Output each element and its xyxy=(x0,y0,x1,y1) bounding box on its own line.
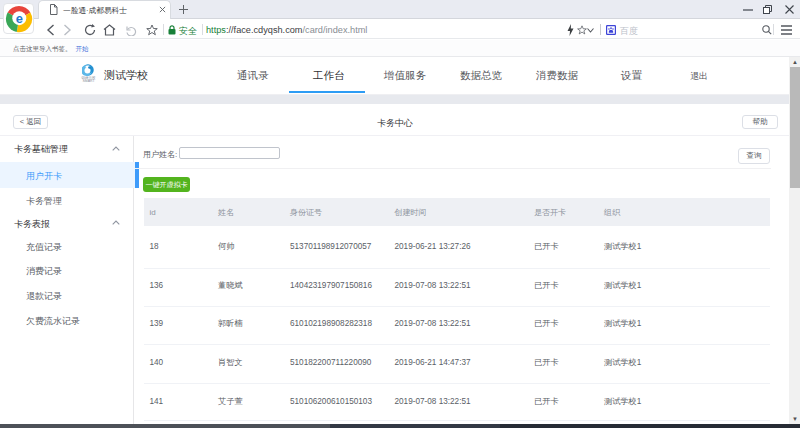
svg-text:e: e xyxy=(15,10,22,25)
